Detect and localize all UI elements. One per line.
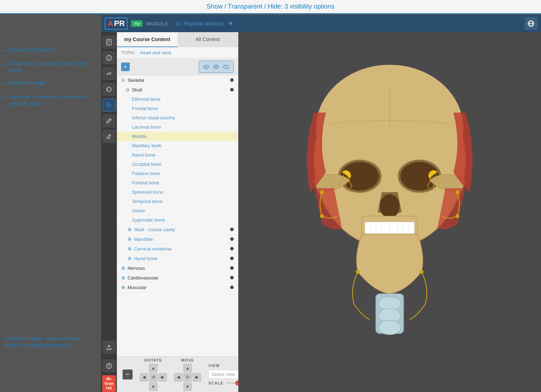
label-sphenoid-bone: Sphenoid bone: [132, 189, 163, 195]
tab-my-course-content[interactable]: my Course Content: [117, 32, 178, 47]
tree-item-skull[interactable]: ⊖ Skull: [117, 85, 238, 95]
tree-item-nervous[interactable]: ⊕ Nervous: [117, 263, 238, 273]
dot-nervous: [230, 266, 234, 270]
info-sidebar-icon[interactable]: i: [103, 51, 115, 64]
module-name: 15. Regional anatomy: [175, 21, 224, 26]
rotate-left-button[interactable]: ◀: [140, 373, 148, 382]
tree-item-palatine-bone[interactable]: Palatine bone: [117, 169, 238, 178]
zoom-out-button[interactable]: −: [123, 369, 133, 379]
tree-item-zygomatic-bone[interactable]: Zygomatic bone: [117, 215, 238, 225]
dropdown-arrow[interactable]: ▼: [228, 20, 234, 28]
rotate-control-group: ROTATE ▲ ◀ ↺ ▶ ▼: [140, 358, 167, 391]
export-sidebar-icon[interactable]: [103, 341, 115, 354]
dot-hyoid: [230, 257, 234, 260]
move-cw-button[interactable]: ↻: [183, 373, 192, 382]
svg-point-25: [401, 162, 439, 190]
tag-sidebar-icon[interactable]: [103, 99, 115, 111]
reset-sidebar-icon[interactable]: [103, 83, 115, 96]
label-maxilla: Maxilla: [132, 134, 146, 139]
rotate-up-button[interactable]: ▲: [149, 364, 158, 372]
tree-item-occipital-bone[interactable]: Occipital bone: [117, 160, 238, 169]
annotation-tag-mode: — Tag mode - hover over a structure to r…: [0, 94, 96, 106]
dot-skull-cranial: [230, 228, 234, 231]
expand-cardiovascular[interactable]: ⊕: [121, 275, 126, 281]
tree-item-cardiovascular[interactable]: ⊕ Cardiovascular: [117, 273, 238, 283]
tree-item-parietal-bone[interactable]: Parietal bone: [117, 178, 238, 188]
move-up-button[interactable]: ▲: [183, 364, 192, 372]
app-container: A PR my MODULE : 15. Regional anatomy ▼: [101, 15, 541, 392]
expand-skull[interactable]: ⊖: [125, 87, 130, 93]
rotate-right-button[interactable]: ▶: [158, 373, 167, 382]
expand-mandible[interactable]: ⊕: [128, 236, 133, 242]
label-skeletal: Skeletal: [128, 78, 144, 83]
svg-point-16: [215, 66, 217, 68]
tree-item-maxilla[interactable]: Maxilla: [117, 132, 238, 141]
tree-item-hyoid-bone[interactable]: ⊕ Hyoid bone: [117, 254, 238, 263]
topic-value[interactable]: Head and neck: [140, 50, 171, 55]
label-mandible: Mandible: [134, 237, 153, 242]
label-skull-cranial-cavity: Skull - cranial cavity: [134, 227, 175, 232]
tree-item-maxillary-teeth[interactable]: Maxillary teeth: [117, 141, 238, 150]
logo-a: A: [108, 19, 113, 28]
annotation-text-1: Structure information: [9, 46, 55, 53]
label-maxillary-teeth: Maxillary teeth: [132, 143, 162, 148]
label-skull: Skull: [132, 87, 142, 93]
tree-item-cervical-vertebrae[interactable]: ⊕ Cervical vertebrae: [117, 244, 238, 254]
tree-item-lacrimal-bone[interactable]: Lacrimal bone: [117, 123, 238, 132]
move-right-button[interactable]: ▶: [193, 373, 201, 382]
move-left-button[interactable]: ◀: [174, 373, 183, 382]
tree-item-skull-cranial-cavity[interactable]: ⊕ Skull - cranial cavity: [117, 225, 238, 234]
rotate-down-button[interactable]: ▼: [149, 382, 158, 391]
transparent-icon[interactable]: [212, 63, 220, 71]
tree-item-mandible[interactable]: ⊕ Mandible: [117, 234, 238, 244]
dot-skull: [230, 88, 234, 91]
tree-item-muscular[interactable]: ⊕ Muscular: [117, 283, 238, 292]
rotate-ccw-button[interactable]: ↺: [149, 373, 158, 382]
svg-point-15: [213, 65, 219, 69]
tree-item-temporal-bone[interactable]: Temporal bone: [117, 197, 238, 206]
sidebar-icons-panel: i: [101, 32, 117, 392]
show-icon[interactable]: [202, 63, 210, 71]
annotation-text-4: Tag mode - hover over a structure to rev…: [9, 94, 96, 106]
scale-label: SCALE: [208, 381, 223, 385]
expand-cervical[interactable]: ⊕: [128, 246, 133, 252]
expand-muscular[interactable]: ⊕: [121, 284, 126, 290]
hide-icon[interactable]: [222, 63, 230, 71]
tree-item-inferior-nasal-concha[interactable]: Inferior nasal concha: [117, 113, 238, 123]
tree-item-ethmoid-bone[interactable]: Ethmoid bone: [117, 95, 238, 104]
expand-skull-cranial[interactable]: ⊕: [128, 227, 133, 232]
content-panel: my Course Content All Content TOPIC : He…: [117, 32, 238, 392]
label-cervical-vertebrae: Cervical vertebrae: [134, 246, 172, 252]
expand-nervous[interactable]: ⊕: [121, 265, 126, 271]
link-sidebar-icon[interactable]: [103, 67, 115, 80]
svg-point-51: [455, 214, 459, 218]
svg-point-49: [320, 214, 324, 218]
tab-bar: my Course Content All Content: [117, 32, 238, 47]
mcgraw-hill: Hill: [104, 386, 113, 391]
eraser-sidebar-icon[interactable]: [103, 130, 115, 143]
tree-item-skeletal[interactable]: ⊖ Skeletal: [117, 75, 238, 85]
mcgraw-hill-logo: Mc Graw Hill: [102, 375, 115, 392]
annotation-structure-info: — Structure information: [0, 46, 96, 54]
3d-viewport[interactable]: [238, 32, 541, 392]
help-sidebar-icon[interactable]: ?: [103, 359, 115, 372]
label-hyoid-bone: Hyoid bone: [134, 256, 158, 261]
expand-hyoid[interactable]: ⊕: [128, 255, 133, 261]
topic-label: TOPIC :: [121, 50, 138, 55]
annotation-arrow-2: —: [0, 60, 6, 68]
svg-point-10: [108, 104, 109, 105]
document-sidebar-icon[interactable]: [103, 36, 115, 49]
add-structure-button[interactable]: +: [121, 63, 130, 71]
label-parietal-bone: Parietal bone: [132, 180, 159, 185]
topic-bar: TOPIC : Head and neck: [117, 47, 238, 59]
expand-skeletal[interactable]: ⊖: [121, 77, 126, 83]
pencil-sidebar-icon[interactable]: [103, 114, 115, 127]
viewer-icon[interactable]: [525, 17, 537, 30]
move-down-button[interactable]: ▼: [183, 382, 192, 391]
tab-all-content[interactable]: All Content: [178, 32, 238, 47]
annotation-arrow-1: —: [0, 46, 6, 54]
tree-item-sphenoid-bone[interactable]: Sphenoid bone: [117, 188, 238, 197]
tree-item-nasal-bone[interactable]: Nasal bone: [117, 150, 238, 160]
tree-item-vomer[interactable]: Vomer: [117, 206, 238, 215]
tree-item-frontal-bone[interactable]: Frontal bone: [117, 104, 238, 113]
